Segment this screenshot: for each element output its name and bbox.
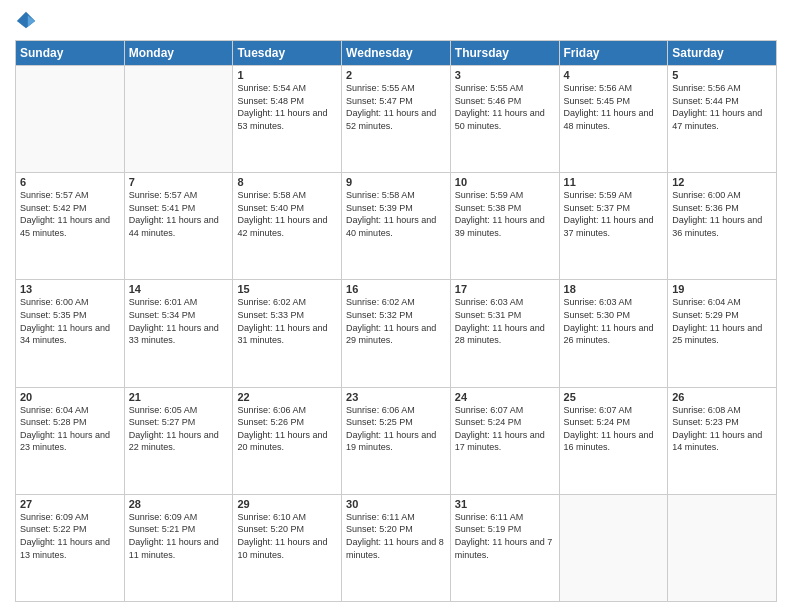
weekday-header-friday: Friday bbox=[559, 41, 668, 66]
day-number: 10 bbox=[455, 176, 555, 188]
day-info: Sunrise: 6:03 AM Sunset: 5:31 PM Dayligh… bbox=[455, 296, 555, 346]
day-info: Sunrise: 5:54 AM Sunset: 5:48 PM Dayligh… bbox=[237, 82, 337, 132]
day-number: 12 bbox=[672, 176, 772, 188]
day-info: Sunrise: 6:02 AM Sunset: 5:33 PM Dayligh… bbox=[237, 296, 337, 346]
week-row-3: 20Sunrise: 6:04 AM Sunset: 5:28 PM Dayli… bbox=[16, 387, 777, 494]
day-info: Sunrise: 5:58 AM Sunset: 5:40 PM Dayligh… bbox=[237, 189, 337, 239]
calendar-cell: 2Sunrise: 5:55 AM Sunset: 5:47 PM Daylig… bbox=[342, 66, 451, 173]
calendar-cell: 13Sunrise: 6:00 AM Sunset: 5:35 PM Dayli… bbox=[16, 280, 125, 387]
day-number: 22 bbox=[237, 391, 337, 403]
day-info: Sunrise: 6:09 AM Sunset: 5:22 PM Dayligh… bbox=[20, 511, 120, 561]
calendar-cell: 14Sunrise: 6:01 AM Sunset: 5:34 PM Dayli… bbox=[124, 280, 233, 387]
day-info: Sunrise: 6:11 AM Sunset: 5:19 PM Dayligh… bbox=[455, 511, 555, 561]
calendar-cell: 4Sunrise: 5:56 AM Sunset: 5:45 PM Daylig… bbox=[559, 66, 668, 173]
calendar-cell: 20Sunrise: 6:04 AM Sunset: 5:28 PM Dayli… bbox=[16, 387, 125, 494]
weekday-header-thursday: Thursday bbox=[450, 41, 559, 66]
calendar-cell: 5Sunrise: 5:56 AM Sunset: 5:44 PM Daylig… bbox=[668, 66, 777, 173]
calendar-cell: 28Sunrise: 6:09 AM Sunset: 5:21 PM Dayli… bbox=[124, 494, 233, 601]
day-number: 9 bbox=[346, 176, 446, 188]
logo-icon bbox=[15, 10, 37, 32]
calendar-cell: 27Sunrise: 6:09 AM Sunset: 5:22 PM Dayli… bbox=[16, 494, 125, 601]
day-number: 26 bbox=[672, 391, 772, 403]
calendar-cell: 30Sunrise: 6:11 AM Sunset: 5:20 PM Dayli… bbox=[342, 494, 451, 601]
calendar-cell: 26Sunrise: 6:08 AM Sunset: 5:23 PM Dayli… bbox=[668, 387, 777, 494]
day-info: Sunrise: 5:57 AM Sunset: 5:42 PM Dayligh… bbox=[20, 189, 120, 239]
week-row-0: 1Sunrise: 5:54 AM Sunset: 5:48 PM Daylig… bbox=[16, 66, 777, 173]
day-info: Sunrise: 6:04 AM Sunset: 5:29 PM Dayligh… bbox=[672, 296, 772, 346]
calendar-cell: 8Sunrise: 5:58 AM Sunset: 5:40 PM Daylig… bbox=[233, 173, 342, 280]
day-info: Sunrise: 6:00 AM Sunset: 5:36 PM Dayligh… bbox=[672, 189, 772, 239]
day-info: Sunrise: 6:10 AM Sunset: 5:20 PM Dayligh… bbox=[237, 511, 337, 561]
day-info: Sunrise: 6:07 AM Sunset: 5:24 PM Dayligh… bbox=[564, 404, 664, 454]
day-info: Sunrise: 5:59 AM Sunset: 5:37 PM Dayligh… bbox=[564, 189, 664, 239]
day-number: 2 bbox=[346, 69, 446, 81]
calendar-cell: 3Sunrise: 5:55 AM Sunset: 5:46 PM Daylig… bbox=[450, 66, 559, 173]
calendar-cell bbox=[559, 494, 668, 601]
header bbox=[15, 10, 777, 32]
day-number: 6 bbox=[20, 176, 120, 188]
calendar-cell bbox=[124, 66, 233, 173]
day-info: Sunrise: 6:01 AM Sunset: 5:34 PM Dayligh… bbox=[129, 296, 229, 346]
day-info: Sunrise: 5:56 AM Sunset: 5:44 PM Dayligh… bbox=[672, 82, 772, 132]
day-number: 1 bbox=[237, 69, 337, 81]
day-info: Sunrise: 6:03 AM Sunset: 5:30 PM Dayligh… bbox=[564, 296, 664, 346]
day-info: Sunrise: 6:09 AM Sunset: 5:21 PM Dayligh… bbox=[129, 511, 229, 561]
day-info: Sunrise: 6:00 AM Sunset: 5:35 PM Dayligh… bbox=[20, 296, 120, 346]
day-info: Sunrise: 6:07 AM Sunset: 5:24 PM Dayligh… bbox=[455, 404, 555, 454]
day-info: Sunrise: 6:06 AM Sunset: 5:25 PM Dayligh… bbox=[346, 404, 446, 454]
calendar-cell: 11Sunrise: 5:59 AM Sunset: 5:37 PM Dayli… bbox=[559, 173, 668, 280]
calendar-cell: 24Sunrise: 6:07 AM Sunset: 5:24 PM Dayli… bbox=[450, 387, 559, 494]
weekday-header-saturday: Saturday bbox=[668, 41, 777, 66]
calendar-cell: 15Sunrise: 6:02 AM Sunset: 5:33 PM Dayli… bbox=[233, 280, 342, 387]
calendar-cell: 19Sunrise: 6:04 AM Sunset: 5:29 PM Dayli… bbox=[668, 280, 777, 387]
calendar-cell: 12Sunrise: 6:00 AM Sunset: 5:36 PM Dayli… bbox=[668, 173, 777, 280]
calendar-table: SundayMondayTuesdayWednesdayThursdayFrid… bbox=[15, 40, 777, 602]
calendar-cell bbox=[16, 66, 125, 173]
day-info: Sunrise: 5:59 AM Sunset: 5:38 PM Dayligh… bbox=[455, 189, 555, 239]
day-info: Sunrise: 5:57 AM Sunset: 5:41 PM Dayligh… bbox=[129, 189, 229, 239]
day-info: Sunrise: 6:02 AM Sunset: 5:32 PM Dayligh… bbox=[346, 296, 446, 346]
weekday-header-wednesday: Wednesday bbox=[342, 41, 451, 66]
day-info: Sunrise: 5:56 AM Sunset: 5:45 PM Dayligh… bbox=[564, 82, 664, 132]
day-info: Sunrise: 6:08 AM Sunset: 5:23 PM Dayligh… bbox=[672, 404, 772, 454]
calendar-cell: 21Sunrise: 6:05 AM Sunset: 5:27 PM Dayli… bbox=[124, 387, 233, 494]
day-number: 5 bbox=[672, 69, 772, 81]
day-number: 13 bbox=[20, 283, 120, 295]
day-number: 20 bbox=[20, 391, 120, 403]
day-info: Sunrise: 6:04 AM Sunset: 5:28 PM Dayligh… bbox=[20, 404, 120, 454]
calendar-cell: 16Sunrise: 6:02 AM Sunset: 5:32 PM Dayli… bbox=[342, 280, 451, 387]
day-number: 17 bbox=[455, 283, 555, 295]
day-number: 19 bbox=[672, 283, 772, 295]
calendar-cell: 7Sunrise: 5:57 AM Sunset: 5:41 PM Daylig… bbox=[124, 173, 233, 280]
calendar-cell: 17Sunrise: 6:03 AM Sunset: 5:31 PM Dayli… bbox=[450, 280, 559, 387]
weekday-header-sunday: Sunday bbox=[16, 41, 125, 66]
day-number: 29 bbox=[237, 498, 337, 510]
calendar-cell: 1Sunrise: 5:54 AM Sunset: 5:48 PM Daylig… bbox=[233, 66, 342, 173]
day-info: Sunrise: 5:55 AM Sunset: 5:47 PM Dayligh… bbox=[346, 82, 446, 132]
day-number: 4 bbox=[564, 69, 664, 81]
weekday-header-monday: Monday bbox=[124, 41, 233, 66]
calendar-cell bbox=[668, 494, 777, 601]
logo bbox=[15, 10, 41, 32]
day-number: 28 bbox=[129, 498, 229, 510]
calendar-cell: 31Sunrise: 6:11 AM Sunset: 5:19 PM Dayli… bbox=[450, 494, 559, 601]
calendar-cell: 9Sunrise: 5:58 AM Sunset: 5:39 PM Daylig… bbox=[342, 173, 451, 280]
day-number: 30 bbox=[346, 498, 446, 510]
day-info: Sunrise: 6:06 AM Sunset: 5:26 PM Dayligh… bbox=[237, 404, 337, 454]
day-number: 14 bbox=[129, 283, 229, 295]
day-number: 7 bbox=[129, 176, 229, 188]
week-row-1: 6Sunrise: 5:57 AM Sunset: 5:42 PM Daylig… bbox=[16, 173, 777, 280]
week-row-2: 13Sunrise: 6:00 AM Sunset: 5:35 PM Dayli… bbox=[16, 280, 777, 387]
day-number: 27 bbox=[20, 498, 120, 510]
calendar-cell: 10Sunrise: 5:59 AM Sunset: 5:38 PM Dayli… bbox=[450, 173, 559, 280]
day-number: 31 bbox=[455, 498, 555, 510]
weekday-header-row: SundayMondayTuesdayWednesdayThursdayFrid… bbox=[16, 41, 777, 66]
calendar-cell: 6Sunrise: 5:57 AM Sunset: 5:42 PM Daylig… bbox=[16, 173, 125, 280]
day-number: 11 bbox=[564, 176, 664, 188]
calendar-cell: 22Sunrise: 6:06 AM Sunset: 5:26 PM Dayli… bbox=[233, 387, 342, 494]
day-number: 25 bbox=[564, 391, 664, 403]
day-number: 23 bbox=[346, 391, 446, 403]
calendar-cell: 23Sunrise: 6:06 AM Sunset: 5:25 PM Dayli… bbox=[342, 387, 451, 494]
day-number: 8 bbox=[237, 176, 337, 188]
page: SundayMondayTuesdayWednesdayThursdayFrid… bbox=[0, 0, 792, 612]
